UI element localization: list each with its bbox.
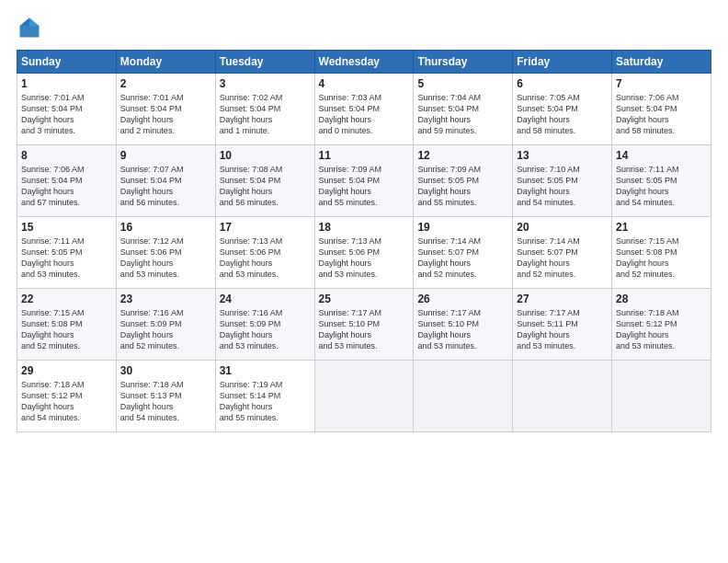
day-number: 26 (417, 293, 508, 305)
calendar-cell: 1Sunrise: 7:01 AMSunset: 5:04 PMDaylight… (17, 74, 117, 145)
calendar-cell: 15Sunrise: 7:11 AMSunset: 5:05 PMDayligh… (17, 217, 117, 289)
day-number: 31 (220, 364, 311, 377)
day-info: Sunrise: 7:17 AMSunset: 5:10 PMDaylight … (417, 307, 508, 352)
calendar-cell: 17Sunrise: 7:13 AMSunset: 5:06 PMDayligh… (215, 217, 314, 289)
calendar-cell: 8Sunrise: 7:06 AMSunset: 5:04 PMDaylight… (17, 145, 117, 217)
calendar-cell: 2Sunrise: 7:01 AMSunset: 5:04 PMDaylight… (116, 74, 215, 145)
calendar-cell: 19Sunrise: 7:14 AMSunset: 5:07 PMDayligh… (414, 217, 513, 289)
day-info: Sunrise: 7:11 AMSunset: 5:05 PMDaylight … (21, 236, 112, 281)
day-info: Sunrise: 7:03 AMSunset: 5:04 PMDaylight … (319, 92, 410, 137)
calendar-cell: 21Sunrise: 7:15 AMSunset: 5:08 PMDayligh… (612, 217, 711, 289)
svg-marker-2 (20, 18, 30, 27)
day-info: Sunrise: 7:17 AMSunset: 5:11 PMDaylight … (517, 307, 608, 352)
day-info: Sunrise: 7:19 AMSunset: 5:14 PMDaylight … (220, 379, 311, 424)
day-number: 4 (319, 77, 410, 90)
day-info: Sunrise: 7:01 AMSunset: 5:04 PMDaylight … (21, 92, 112, 137)
day-number: 10 (220, 149, 311, 162)
day-number: 14 (616, 149, 707, 162)
calendar-cell: 9Sunrise: 7:07 AMSunset: 5:04 PMDaylight… (116, 145, 215, 217)
day-info: Sunrise: 7:16 AMSunset: 5:09 PMDaylight … (220, 307, 311, 352)
day-number: 1 (21, 77, 112, 90)
week-row-3: 15Sunrise: 7:11 AMSunset: 5:05 PMDayligh… (17, 217, 711, 289)
calendar-cell: 20Sunrise: 7:14 AMSunset: 5:07 PMDayligh… (513, 217, 612, 289)
calendar-cell: 25Sunrise: 7:17 AMSunset: 5:10 PMDayligh… (314, 289, 414, 361)
calendar-cell: 13Sunrise: 7:10 AMSunset: 5:05 PMDayligh… (513, 145, 612, 217)
day-info: Sunrise: 7:17 AMSunset: 5:10 PMDaylight … (319, 307, 410, 352)
day-number: 8 (21, 149, 112, 162)
day-info: Sunrise: 7:13 AMSunset: 5:06 PMDaylight … (220, 236, 311, 281)
day-info: Sunrise: 7:18 AMSunset: 5:12 PMDaylight … (616, 307, 707, 352)
logo (17, 15, 46, 40)
day-number: 9 (120, 149, 211, 162)
calendar-cell: 26Sunrise: 7:17 AMSunset: 5:10 PMDayligh… (414, 289, 513, 361)
calendar-cell: 7Sunrise: 7:06 AMSunset: 5:04 PMDaylight… (612, 74, 711, 145)
calendar-cell (513, 361, 612, 432)
day-number: 12 (417, 149, 508, 162)
day-info: Sunrise: 7:05 AMSunset: 5:04 PMDaylight … (517, 92, 608, 137)
day-info: Sunrise: 7:16 AMSunset: 5:09 PMDaylight … (120, 307, 211, 352)
day-number: 3 (220, 77, 311, 90)
day-info: Sunrise: 7:11 AMSunset: 5:05 PMDaylight … (616, 164, 707, 209)
day-info: Sunrise: 7:01 AMSunset: 5:04 PMDaylight … (120, 92, 211, 137)
day-info: Sunrise: 7:07 AMSunset: 5:04 PMDaylight … (120, 164, 211, 209)
day-info: Sunrise: 7:09 AMSunset: 5:05 PMDaylight … (417, 164, 508, 209)
day-number: 22 (21, 293, 112, 305)
week-row-4: 22Sunrise: 7:15 AMSunset: 5:08 PMDayligh… (17, 289, 711, 361)
day-number: 5 (417, 77, 508, 90)
calendar-cell: 10Sunrise: 7:08 AMSunset: 5:04 PMDayligh… (215, 145, 314, 217)
calendar-cell: 22Sunrise: 7:15 AMSunset: 5:08 PMDayligh… (17, 289, 117, 361)
day-info: Sunrise: 7:12 AMSunset: 5:06 PMDaylight … (120, 236, 211, 281)
day-info: Sunrise: 7:14 AMSunset: 5:07 PMDaylight … (517, 236, 608, 281)
day-number: 15 (21, 221, 112, 234)
day-info: Sunrise: 7:10 AMSunset: 5:05 PMDaylight … (517, 164, 608, 209)
weekday-header-friday: Friday (513, 51, 612, 74)
day-info: Sunrise: 7:09 AMSunset: 5:04 PMDaylight … (319, 164, 410, 209)
calendar-cell: 31Sunrise: 7:19 AMSunset: 5:14 PMDayligh… (215, 361, 314, 432)
calendar-cell: 6Sunrise: 7:05 AMSunset: 5:04 PMDaylight… (513, 74, 612, 145)
logo-icon (17, 15, 42, 40)
calendar-cell: 28Sunrise: 7:18 AMSunset: 5:12 PMDayligh… (612, 289, 711, 361)
day-info: Sunrise: 7:14 AMSunset: 5:07 PMDaylight … (417, 236, 508, 281)
day-number: 21 (616, 221, 707, 234)
day-number: 20 (517, 221, 608, 234)
day-number: 28 (616, 293, 707, 305)
week-row-2: 8Sunrise: 7:06 AMSunset: 5:04 PMDaylight… (17, 145, 711, 217)
calendar-cell: 14Sunrise: 7:11 AMSunset: 5:05 PMDayligh… (612, 145, 711, 217)
calendar-cell: 3Sunrise: 7:02 AMSunset: 5:04 PMDaylight… (215, 74, 314, 145)
week-row-5: 29Sunrise: 7:18 AMSunset: 5:12 PMDayligh… (17, 361, 711, 432)
day-number: 7 (616, 77, 707, 90)
day-number: 23 (120, 293, 211, 305)
weekday-header-row: SundayMondayTuesdayWednesdayThursdayFrid… (17, 51, 711, 74)
day-info: Sunrise: 7:15 AMSunset: 5:08 PMDaylight … (616, 236, 707, 281)
calendar-cell (314, 361, 414, 432)
weekday-header-tuesday: Tuesday (215, 51, 314, 74)
calendar-cell: 27Sunrise: 7:17 AMSunset: 5:11 PMDayligh… (513, 289, 612, 361)
day-number: 19 (417, 221, 508, 234)
day-info: Sunrise: 7:04 AMSunset: 5:04 PMDaylight … (417, 92, 508, 137)
calendar-cell: 23Sunrise: 7:16 AMSunset: 5:09 PMDayligh… (116, 289, 215, 361)
day-info: Sunrise: 7:06 AMSunset: 5:04 PMDaylight … (616, 92, 707, 137)
day-info: Sunrise: 7:06 AMSunset: 5:04 PMDaylight … (21, 164, 112, 209)
day-number: 16 (120, 221, 211, 234)
calendar-cell: 30Sunrise: 7:18 AMSunset: 5:13 PMDayligh… (116, 361, 215, 432)
day-number: 2 (120, 77, 211, 90)
day-number: 29 (21, 364, 112, 377)
calendar-cell: 29Sunrise: 7:18 AMSunset: 5:12 PMDayligh… (17, 361, 117, 432)
weekday-header-saturday: Saturday (612, 51, 711, 74)
calendar-cell: 11Sunrise: 7:09 AMSunset: 5:04 PMDayligh… (314, 145, 414, 217)
calendar-cell: 24Sunrise: 7:16 AMSunset: 5:09 PMDayligh… (215, 289, 314, 361)
day-number: 27 (517, 293, 608, 305)
day-info: Sunrise: 7:18 AMSunset: 5:13 PMDaylight … (120, 379, 211, 424)
day-number: 30 (120, 364, 211, 377)
calendar: SundayMondayTuesdayWednesdayThursdayFrid… (17, 50, 711, 432)
calendar-cell: 18Sunrise: 7:13 AMSunset: 5:06 PMDayligh… (314, 217, 414, 289)
header (17, 15, 711, 40)
day-number: 13 (517, 149, 608, 162)
calendar-cell: 5Sunrise: 7:04 AMSunset: 5:04 PMDaylight… (414, 74, 513, 145)
day-info: Sunrise: 7:13 AMSunset: 5:06 PMDaylight … (319, 236, 410, 281)
day-number: 25 (319, 293, 410, 305)
weekday-header-wednesday: Wednesday (314, 51, 414, 74)
calendar-cell (612, 361, 711, 432)
weekday-header-thursday: Thursday (414, 51, 513, 74)
calendar-cell: 12Sunrise: 7:09 AMSunset: 5:05 PMDayligh… (414, 145, 513, 217)
